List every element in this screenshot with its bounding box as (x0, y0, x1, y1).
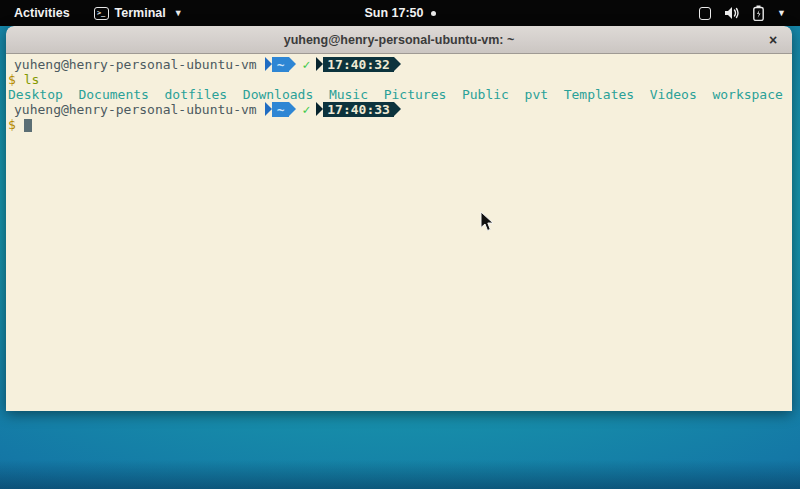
powerline-segment: ~ ✓ 17:40:33 (265, 102, 401, 117)
powerline-arrow-icon (265, 57, 272, 71)
prompt-user: yuheng@henry-personal-ubuntu-vm (8, 57, 257, 72)
terminal-cursor (24, 119, 32, 132)
prompt-time: 17:40:32 (323, 57, 394, 72)
clock-label[interactable]: Sun 17:50 (364, 6, 423, 20)
prompt-time: 17:40:33 (323, 102, 394, 117)
prompt-line: yuheng@henry-personal-ubuntu-vm ~ ✓ 17:4… (8, 102, 790, 117)
powerline-arrow-icon (289, 102, 296, 116)
current-command-line: $ (8, 117, 790, 132)
command-text: ls (24, 72, 40, 87)
prompt-user: yuheng@henry-personal-ubuntu-vm (8, 102, 257, 117)
volume-icon (724, 6, 740, 20)
notification-dot-icon (431, 11, 436, 16)
window-titlebar[interactable]: yuheng@henry-personal-ubuntu-vm: ~ × (6, 26, 792, 54)
window-title: yuheng@henry-personal-ubuntu-vm: ~ (284, 33, 515, 47)
app-menu-label: Terminal (115, 6, 166, 20)
chevron-down-icon: ▼ (174, 8, 183, 18)
ls-output: Desktop Documents dotfiles Downloads Mus… (8, 87, 790, 102)
close-icon[interactable]: × (764, 31, 782, 49)
activities-button[interactable]: Activities (0, 0, 84, 26)
prompt-cwd: ~ (272, 57, 290, 72)
app-menu-terminal[interactable]: >_ Terminal ▼ (84, 0, 193, 26)
top-bar: Activities >_ Terminal ▼ Sun 17:50 ▼ (0, 0, 800, 26)
prompt-symbol: $ (8, 72, 16, 87)
prompt-cwd: ~ (272, 102, 290, 117)
powerline-arrow-icon (394, 57, 401, 71)
status-check-icon: ✓ (302, 102, 310, 117)
display-icon (699, 7, 711, 20)
powerline-arrow-icon (289, 57, 296, 71)
terminal-screen[interactable]: yuheng@henry-personal-ubuntu-vm ~ ✓ 17:4… (6, 54, 792, 411)
command-line: $ ls (8, 72, 790, 87)
powerline-arrow-icon (316, 57, 323, 71)
system-menu-caret-icon: ▼ (777, 8, 786, 18)
status-check-icon: ✓ (302, 57, 310, 72)
powerline-arrow-icon (394, 102, 401, 116)
powerline-segment: ~ ✓ 17:40:32 (265, 57, 401, 72)
top-bar-left: Activities >_ Terminal ▼ (0, 0, 193, 26)
battery-charging-icon (753, 5, 764, 21)
terminal-window: yuheng@henry-personal-ubuntu-vm: ~ × yuh… (6, 26, 792, 411)
terminal-app-icon: >_ (94, 7, 109, 20)
system-tray[interactable]: ▼ (699, 0, 800, 26)
prompt-symbol: $ (8, 117, 16, 132)
prompt-line: yuheng@henry-personal-ubuntu-vm ~ ✓ 17:4… (8, 57, 790, 72)
powerline-arrow-icon (316, 102, 323, 116)
powerline-arrow-icon (265, 102, 272, 116)
